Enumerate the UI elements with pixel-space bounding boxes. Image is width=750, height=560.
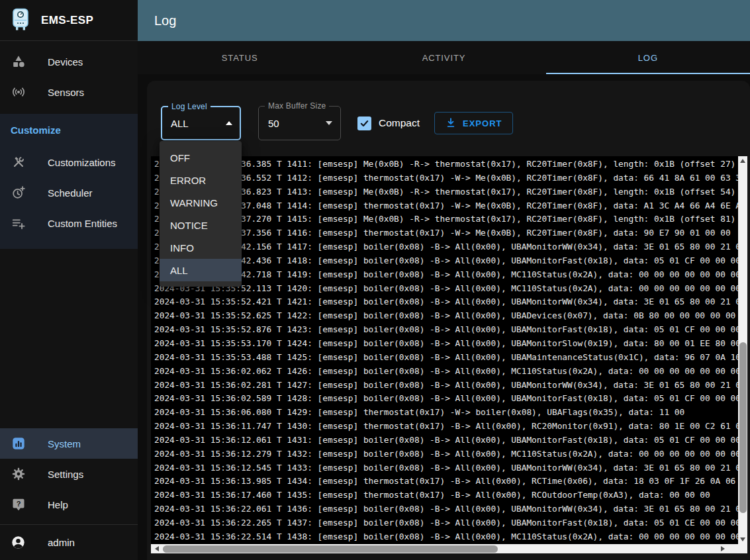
help-bubble-icon: ? xyxy=(11,496,26,512)
scroll-left-arrow-icon[interactable] xyxy=(152,544,162,553)
clock-plus-icon xyxy=(11,185,26,201)
log-line: 2024-03-31 15:35:42.436 T 1418: [emsesp]… xyxy=(154,254,738,268)
log-line: 2024-03-31 15:36:12.279 T 1432: [emsesp]… xyxy=(154,447,738,461)
app-title: EMS-ESP xyxy=(41,14,93,27)
sidebar-item-label: Custom Entities xyxy=(48,218,117,229)
scroll-right-arrow-icon[interactable] xyxy=(718,544,727,553)
log-line: 2024-03-31 15:36:22.514 T 1438: [emsesp]… xyxy=(154,530,738,544)
sidebar-item-label: Customizations xyxy=(48,157,116,168)
devices-shapes-icon xyxy=(11,54,26,70)
menu-option-label: NOTICE xyxy=(170,220,208,231)
log-line: 2024-03-31 15:36:12.061 T 1431: [emsesp]… xyxy=(154,434,738,447)
log-level-label: Log Level xyxy=(168,102,211,111)
main-content: Log STATUS ACTIVITY LOG Log Level ALL xyxy=(138,0,750,560)
boiler-logo-icon xyxy=(11,8,30,33)
sidebar-item-scheduler[interactable]: Scheduler xyxy=(0,177,138,208)
sidebar-item-label: Scheduler xyxy=(48,187,93,199)
sidebar-item-customizations[interactable]: Customizations xyxy=(0,147,138,177)
log-line: 2024-03-31 15:35:37.356 T 1416: [emsesp]… xyxy=(154,226,738,240)
log-line: 2024-03-31 15:35:42.718 T 1419: [emsesp]… xyxy=(154,268,738,282)
log-line: 2024-03-31 15:36:22.265 T 1437: [emsesp]… xyxy=(154,516,738,530)
menu-option-label: INFO xyxy=(170,242,194,254)
playlist-add-icon xyxy=(11,215,26,231)
sidebar-item-label: Help xyxy=(48,499,68,510)
menu-option-off[interactable]: OFF xyxy=(160,146,242,169)
log-level-select[interactable]: Log Level ALL xyxy=(161,106,241,140)
svg-text:?: ? xyxy=(17,500,21,508)
customize-section-header: Customize xyxy=(0,114,138,147)
log-line: 2024-03-31 15:35:37.048 T 1414: [emsesp]… xyxy=(154,199,738,213)
scroll-up-arrow-icon[interactable] xyxy=(738,156,747,165)
log-line: 2024-03-31 15:35:52.421 T 1421: [emsesp]… xyxy=(154,295,738,309)
tab-log[interactable]: LOG xyxy=(546,41,750,74)
menu-option-label: ERROR xyxy=(170,175,206,186)
log-line: 2024-03-31 15:36:02.062 T 1426: [emsesp]… xyxy=(154,365,738,379)
log-line: 2024-03-31 15:35:42.156 T 1417: [emsesp]… xyxy=(154,240,738,254)
max-buffer-size-select[interactable]: Max Buffer Size 50 xyxy=(258,106,341,140)
vertical-scrollbar-thumb[interactable] xyxy=(739,342,747,513)
sidebar-bottom: System xyxy=(0,428,138,560)
log-line: 2024-03-31 15:35:53.170 T 1424: [emsesp]… xyxy=(154,337,738,351)
menu-option-notice[interactable]: NOTICE xyxy=(160,214,242,236)
account-circle-icon xyxy=(11,535,26,551)
log-panel: Log Level ALL Max Buffer Size 50 Comp xyxy=(147,81,750,560)
log-line: 2024-03-31 15:35:52.113 T 1420: [emsesp]… xyxy=(154,282,738,296)
export-button[interactable]: EXPORT xyxy=(434,112,512,134)
menu-option-all[interactable]: ALL xyxy=(160,259,242,281)
chevron-down-icon xyxy=(326,121,332,125)
sidebar-item-custom-entities[interactable]: Custom Entities xyxy=(0,208,138,238)
menu-option-label: WARNING xyxy=(170,197,218,209)
sensors-icon xyxy=(11,84,26,100)
tools-icon xyxy=(11,154,26,170)
tab-status[interactable]: STATUS xyxy=(138,41,342,74)
sidebar-customize-section: Customize Customizations xyxy=(0,114,138,249)
sidebar-item-settings[interactable]: Settings xyxy=(0,459,138,489)
tab-label: ACTIVITY xyxy=(422,53,466,63)
tab-bar: STATUS ACTIVITY LOG xyxy=(138,41,750,74)
menu-option-error[interactable]: ERROR xyxy=(160,169,242,191)
tab-activity[interactable]: ACTIVITY xyxy=(342,41,545,74)
log-line: 2024-03-31 15:35:53.488 T 1425: [emsesp]… xyxy=(154,351,738,365)
log-line: 2024-03-31 15:36:02.589 T 1428: [emsesp]… xyxy=(154,392,738,406)
user-name: admin xyxy=(48,537,75,548)
sidebar-item-label: Settings xyxy=(48,469,83,480)
horizontal-scrollbar[interactable] xyxy=(151,544,747,553)
vertical-scrollbar[interactable] xyxy=(738,156,747,544)
sidebar-item-sensors[interactable]: Sensors xyxy=(0,77,138,107)
max-buffer-size-value: 50 xyxy=(268,118,279,129)
log-line: 2024-03-31 15:35:37.270 T 1415: [emsesp]… xyxy=(154,212,738,226)
compact-checkbox-label[interactable]: Compact xyxy=(379,117,420,129)
scroll-down-arrow-icon[interactable] xyxy=(738,535,747,544)
log-line: 2024-03-31 15:36:02.281 T 1427: [emsesp]… xyxy=(154,379,738,393)
log-line: 2024-03-31 15:35:36.552 T 1412: [emsesp]… xyxy=(154,171,738,185)
log-line: 2024-03-31 15:36:17.460 T 1435: [emsesp]… xyxy=(154,489,738,502)
log-level-value: ALL xyxy=(171,118,189,129)
sidebar: EMS-ESP Devices xyxy=(0,0,138,560)
app-bar: Log xyxy=(138,0,750,41)
max-buffer-size-label: Max Buffer Size xyxy=(265,101,329,111)
tab-label: LOG xyxy=(638,53,658,63)
sidebar-nav-top: Devices Sensors xyxy=(0,41,138,107)
log-line: 2024-03-31 15:36:13.985 T 1434: [emsesp]… xyxy=(154,475,738,489)
sidebar-header: EMS-ESP xyxy=(0,0,138,41)
page-title: Log xyxy=(154,13,176,28)
sidebar-item-label: Devices xyxy=(48,56,83,68)
sidebar-item-label: Sensors xyxy=(48,87,84,98)
active-tab-indicator xyxy=(546,73,750,74)
menu-option-warning[interactable]: WARNING xyxy=(160,191,242,214)
log-line: 2024-03-31 15:36:11.747 T 1430: [emsesp]… xyxy=(154,420,738,434)
sidebar-item-system[interactable]: System xyxy=(0,428,138,459)
sidebar-item-devices[interactable]: Devices xyxy=(0,46,138,77)
sidebar-item-help[interactable]: ? Help xyxy=(0,489,138,520)
log-line: 2024-03-31 15:35:52.625 T 1422: [emsesp]… xyxy=(154,309,738,323)
sidebar-user-admin[interactable]: admin xyxy=(0,525,138,560)
tab-label: STATUS xyxy=(222,53,258,63)
menu-option-info[interactable]: INFO xyxy=(160,236,242,259)
compact-checkbox[interactable] xyxy=(357,117,371,130)
compact-control: Compact xyxy=(357,117,420,130)
log-controls: Log Level ALL Max Buffer Size 50 Comp xyxy=(161,106,513,140)
horizontal-scrollbar-thumb[interactable] xyxy=(163,545,498,553)
menu-option-label: OFF xyxy=(170,152,190,163)
checkmark-icon xyxy=(359,118,369,128)
log-line: 2024-03-31 15:35:36.823 T 1413: [emsesp]… xyxy=(154,185,738,199)
